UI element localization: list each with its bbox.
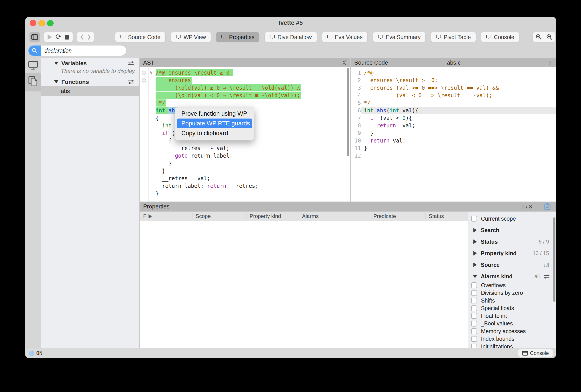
filter-group-value: 13 / 15	[533, 250, 549, 256]
source-code-line[interactable]: 6int abs(int val){	[352, 107, 556, 114]
ast-code-line[interactable]: /*@ ensures \result ≥ 0;	[156, 69, 301, 77]
filter-group-search[interactable]: Search	[468, 226, 556, 235]
filter-group-status[interactable]: Status6 / 9	[468, 237, 556, 246]
filter-group-property-kind[interactable]: Property kind13 / 15	[468, 249, 556, 258]
context-menu-item[interactable]: Prove function using WP	[175, 109, 254, 119]
alarm-kind-float-to-int[interactable]: Float to int	[468, 312, 556, 319]
collapse-panel-icon[interactable]	[342, 60, 347, 65]
property-bullet[interactable]	[142, 71, 146, 75]
tab-label: Eva Values	[335, 34, 363, 40]
documents-view-icon[interactable]	[28, 76, 38, 87]
window-title: Ivette #5	[25, 17, 556, 29]
tab-wp-view[interactable]: WP View	[171, 32, 211, 42]
source-code-line[interactable]: 2 ensures \result >= 0;	[352, 77, 556, 84]
alarm-kind-shifts[interactable]: Shifts	[468, 297, 556, 304]
alarm-kind-checkbox[interactable]	[471, 321, 477, 327]
search-input[interactable]	[41, 45, 126, 56]
sidebar-toggle-button[interactable]	[30, 32, 40, 42]
alarm-kind-initializations[interactable]: Initializations	[468, 343, 556, 348]
ast-code-line[interactable]: __retres = val;	[156, 175, 301, 182]
alarm-kind-special-floats[interactable]: Special floats	[468, 305, 556, 312]
ast-code-line[interactable]: }	[156, 167, 301, 175]
clipboard-check-icon[interactable]	[544, 203, 550, 210]
current-scope-checkbox[interactable]	[471, 216, 477, 221]
alarm-kind-overflows[interactable]: Overflows	[468, 282, 556, 289]
ast-code-line[interactable]: */	[156, 99, 301, 107]
sidebar-section-variables[interactable]: Variables	[41, 59, 139, 67]
alarm-kind-divisions-by-zero[interactable]: Divisions by zero	[468, 289, 556, 297]
source-code-line[interactable]: 4 (val < 0 ==> \result == -val);	[352, 92, 556, 99]
column-header-status[interactable]: Status	[426, 213, 468, 219]
source-code-line[interactable]: 11}	[352, 145, 556, 152]
alarm-kind-checkbox[interactable]	[471, 328, 477, 334]
source-code-line[interactable]: 5*/	[352, 99, 556, 107]
source-code-line[interactable]: 7 if (val < 0){	[352, 114, 556, 122]
alarm-kind-_bool-values[interactable]: _Bool values	[468, 320, 556, 327]
sidebar-section-functions[interactable]: Functions	[41, 78, 139, 86]
source-code-line[interactable]: 9 }	[352, 129, 556, 137]
source-code-line[interactable]: 12	[352, 152, 556, 160]
ast-code-line[interactable]: __retres = - val;	[156, 145, 301, 152]
alarm-kind-checkbox[interactable]	[471, 282, 477, 288]
ast-code-line[interactable]: }	[156, 160, 301, 167]
filters-scrollbar[interactable]	[553, 217, 556, 302]
source-code-line[interactable]: 10 return val;	[352, 137, 556, 145]
zoom-in-icon[interactable]	[546, 34, 552, 40]
ast-code-line[interactable]: }	[156, 190, 301, 197]
console-button[interactable]: Console	[518, 349, 553, 357]
ast-scrollbar[interactable]	[347, 68, 349, 156]
ast-code-line[interactable]: goto return_label;	[156, 152, 301, 160]
refresh-icon[interactable]: ⟳	[56, 33, 61, 40]
tab-eva-summary[interactable]: Eva Summary	[373, 32, 426, 42]
alarm-kind-memory-accesses[interactable]: Memory accesses	[468, 328, 556, 335]
column-header-predicate[interactable]: Predicate	[370, 213, 426, 219]
search-icon[interactable]	[28, 45, 41, 56]
source-code-line[interactable]: 8 return -val;	[352, 122, 556, 129]
alarms-filter-icon[interactable]	[543, 274, 550, 279]
fold-chevron-icon[interactable]: ∨	[149, 70, 153, 75]
ast-code-line[interactable]: (\old(val) ≥ 0 ⇒ \result ≡ \old(val)) ∧	[156, 84, 301, 92]
context-menu-item[interactable]: Copy to clipboard	[175, 128, 254, 138]
functions-filter-icon[interactable]	[128, 79, 134, 85]
filter-group-alarms-kind[interactable]: Alarms kindall	[468, 272, 556, 281]
property-bullet[interactable]	[142, 78, 146, 83]
zoom-out-icon[interactable]	[536, 34, 542, 40]
help-icon[interactable]: ?	[548, 59, 552, 66]
stop-icon[interactable]	[65, 35, 69, 39]
tab-source-code[interactable]: Source Code	[115, 32, 165, 42]
tab-eva-values[interactable]: Eva Values	[322, 32, 368, 42]
tab-console[interactable]: Console	[481, 32, 519, 42]
server-status-icon[interactable]	[29, 351, 34, 356]
variables-filter-icon[interactable]	[128, 60, 134, 66]
filter-group-source[interactable]: Sourceall	[468, 260, 556, 269]
alarm-kind-checkbox[interactable]	[471, 313, 477, 319]
tab-label: Console	[494, 34, 514, 40]
ast-code-line[interactable]: return_label: return __retres;	[156, 182, 301, 190]
ast-code-line[interactable]: (\old(val) < 0 ⇒ \result ≡ -\old(val));	[156, 92, 301, 99]
alarm-kind-index-bounds[interactable]: Index bounds	[468, 335, 556, 343]
alarm-kind-checkbox[interactable]	[471, 305, 477, 311]
column-header-alarms[interactable]: Alarms	[299, 213, 370, 219]
play-icon[interactable]	[48, 34, 52, 40]
alarm-kind-checkbox[interactable]	[471, 290, 477, 296]
forward-icon[interactable]	[88, 34, 91, 40]
source-code-line[interactable]: 3 ensures (val >= 0 ==> \result == val) …	[352, 84, 556, 92]
alarm-kind-checkbox[interactable]	[471, 298, 477, 303]
back-icon[interactable]	[80, 34, 84, 40]
column-header-property-kind[interactable]: Property kind	[246, 213, 299, 219]
tab-properties[interactable]: Properties	[216, 32, 259, 42]
tab-dive-dataflow[interactable]: Dive Dataflow	[265, 32, 316, 42]
ast-code-line[interactable]: ensures	[156, 77, 301, 84]
column-header-file[interactable]: File	[140, 213, 192, 219]
source-code-line[interactable]: 1/*@	[352, 69, 556, 77]
context-menu-item[interactable]: Populate WP RTE guards	[177, 119, 252, 128]
alarm-kind-checkbox[interactable]	[471, 336, 477, 342]
tab-pivot-table[interactable]: Pivot Table	[431, 32, 476, 42]
chevron-down-icon	[473, 275, 477, 278]
function-list-item[interactable]: abs	[41, 86, 139, 96]
column-header-scope[interactable]: Scope	[192, 213, 246, 219]
current-scope-filter[interactable]: Current scope	[468, 214, 556, 223]
monitor-view-icon[interactable]	[28, 61, 38, 70]
tab-label: Pivot Table	[444, 34, 471, 40]
alarm-kind-checkbox[interactable]	[471, 344, 477, 348]
